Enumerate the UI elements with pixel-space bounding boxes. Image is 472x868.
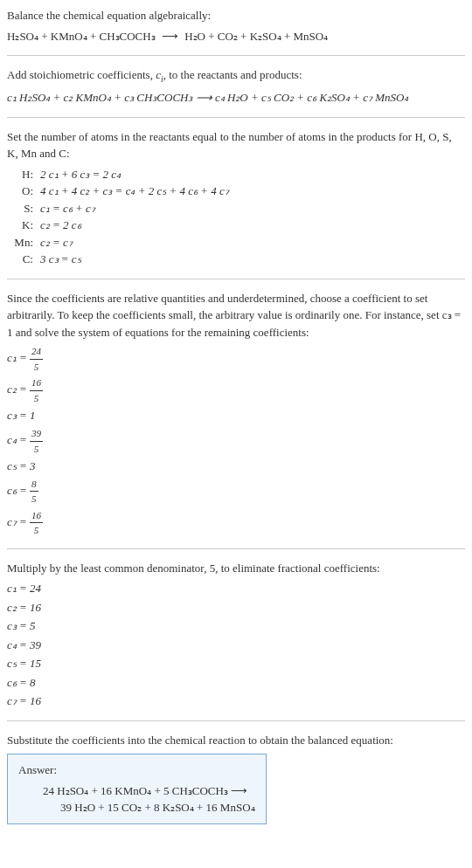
coeff-var: c₃ [7, 619, 17, 632]
coeff-val: 1 [30, 409, 36, 422]
coeff-var: c₅ [7, 459, 17, 472]
divider [7, 720, 465, 721]
atoms-intro: Set the number of atoms in the reactants… [7, 128, 465, 162]
atom-eq: c₂ = c₇ [40, 234, 465, 251]
fraction: 165 [30, 508, 43, 538]
answer-line-1: 24 H₂SO₄ + 16 KMnO₄ + 5 CH₃COCH₃ ⟶ [18, 782, 255, 800]
coeff-row: c₁ = 24 [7, 580, 465, 597]
atom-label: S: [14, 200, 40, 217]
arrow-icon: ⟶ [158, 30, 182, 43]
frac-num: 24 [30, 344, 43, 360]
coeff-var: c₇ [7, 694, 17, 707]
coeff-var: c₆ [7, 676, 17, 689]
atom-label: K: [14, 217, 40, 234]
intro-text: Balance the chemical equation algebraica… [7, 7, 465, 24]
frac-den: 5 [30, 442, 43, 457]
coeff-var: c₁ [7, 351, 17, 364]
atom-label: C: [14, 251, 40, 268]
frac-num: 8 [30, 477, 38, 493]
coeff-row: c₇ = 165 [7, 508, 465, 538]
solve-intro: Since the coefficients are relative quan… [7, 290, 465, 341]
coeff-val: 8 [30, 676, 36, 689]
coeff-row: c₆ = 85 [7, 477, 465, 506]
stoich-section: Add stoichiometric coefficients, ci, to … [7, 66, 465, 107]
coeff-var: c₄ [7, 433, 17, 446]
multiply-list: c₁ = 24 c₂ = 16 c₃ = 5 c₄ = 39 c₅ = 15 c… [7, 580, 465, 710]
coeff-row: c₇ = 16 [7, 692, 465, 710]
frac-den: 5 [30, 391, 43, 406]
coeff-row: c₅ = 3 [7, 458, 465, 475]
atom-eq: 4 c₁ + 4 c₂ + c₃ = c₄ + 2 c₅ + 4 c₆ + 4 … [40, 183, 465, 200]
divider [7, 548, 465, 549]
intro-equation: H₂SO₄ + KMnO₄ + CH₃COCH₃ ⟶ H₂O + CO₂ + K… [7, 28, 465, 45]
coeff-row: c₃ = 5 [7, 617, 465, 635]
frac-den: 5 [30, 360, 43, 375]
atom-row: K: c₂ = 2 c₆ [14, 217, 465, 234]
final-section: Substitute the coefficients into the che… [7, 732, 465, 824]
stoich-equation: c₁ H₂SO₄ + c₂ KMnO₄ + c₃ CH₃COCH₃ ⟶ c₄ H… [7, 89, 465, 107]
atom-row: S: c₁ = c₆ + c₇ [14, 200, 465, 217]
coeff-row: c₂ = 165 [7, 375, 465, 405]
divider [7, 55, 465, 56]
eq-rhs: H₂O + CO₂ + K₂SO₄ + MnSO₄ [184, 30, 328, 43]
coeff-row: c₅ = 15 [7, 655, 465, 672]
multiply-intro: Multiply by the least common denominator… [7, 560, 465, 577]
stoich-text-a: Add stoichiometric coefficients, [7, 68, 156, 81]
coeff-val: 3 [30, 459, 36, 472]
coeff-var: c₁ [7, 582, 17, 595]
coeff-var: c₆ [7, 484, 17, 497]
divider [7, 117, 465, 118]
atom-label: Mn: [14, 234, 40, 251]
coeff-var: c₇ [7, 515, 17, 528]
fraction: 395 [30, 426, 43, 456]
coeff-var: c₅ [7, 657, 17, 670]
atom-label: O: [14, 183, 40, 200]
frac-num: 16 [30, 375, 43, 391]
eq-lhs: H₂SO₄ + KMnO₄ + CH₃COCH₃ [7, 30, 156, 43]
coeff-row: c₄ = 39 [7, 637, 465, 654]
fraction: 245 [30, 344, 43, 374]
stoich-text-d: , to the reactants and products: [163, 68, 302, 81]
coeff-val: 24 [30, 582, 41, 595]
atom-eq: c₁ = c₆ + c₇ [40, 200, 465, 217]
coeff-val: 39 [30, 638, 41, 651]
atom-eq: c₂ = 2 c₆ [40, 217, 465, 234]
atom-row: O: 4 c₁ + 4 c₂ + c₃ = c₄ + 2 c₅ + 4 c₆ +… [14, 183, 465, 200]
atoms-table: H: 2 c₁ + 6 c₃ = 2 c₄ O: 4 c₁ + 4 c₂ + c… [14, 166, 465, 268]
coeff-row: c₂ = 16 [7, 599, 465, 617]
atoms-section: Set the number of atoms in the reactants… [7, 128, 465, 268]
answer-line-2: 39 H₂O + 15 CO₂ + 8 K₂SO₄ + 16 MnSO₄ [18, 799, 255, 816]
atom-row: H: 2 c₁ + 6 c₃ = 2 c₄ [14, 166, 465, 183]
atom-eq: 3 c₃ = c₅ [40, 251, 465, 268]
solve-section: Since the coefficients are relative quan… [7, 290, 465, 538]
coeff-val: 15 [30, 657, 41, 670]
answer-box: Answer: 24 H₂SO₄ + 16 KMnO₄ + 5 CH₃COCH₃… [7, 754, 267, 824]
coeff-var: c₄ [7, 638, 17, 651]
coeff-row: c₁ = 245 [7, 344, 465, 374]
atom-eq: 2 c₁ + 6 c₃ = 2 c₄ [40, 166, 465, 183]
divider [7, 279, 465, 279]
atom-row: C: 3 c₃ = c₅ [14, 251, 465, 268]
coeff-row: c₆ = 8 [7, 674, 465, 692]
stoich-text: Add stoichiometric coefficients, ci, to … [7, 66, 465, 86]
fraction: 165 [30, 375, 43, 405]
multiply-section: Multiply by the least common denominator… [7, 560, 465, 710]
atom-row: Mn: c₂ = c₇ [14, 234, 465, 251]
coeff-val: 16 [30, 601, 41, 614]
frac-num: 16 [30, 508, 43, 524]
solve-list: c₁ = 245 c₂ = 165 c₃ = 1 c₄ = 395 c₅ = 3… [7, 344, 465, 538]
coeff-var: c₃ [7, 409, 17, 422]
intro-section: Balance the chemical equation algebraica… [7, 7, 465, 45]
coeff-var: c₂ [7, 601, 17, 614]
atom-label: H: [14, 166, 40, 183]
fraction: 85 [30, 477, 38, 506]
frac-num: 39 [30, 426, 43, 442]
frac-den: 5 [30, 492, 38, 506]
answer-label: Answer: [18, 761, 255, 779]
coeff-val: 16 [30, 694, 41, 707]
frac-den: 5 [30, 523, 43, 538]
coeff-val: 5 [30, 619, 36, 632]
final-intro: Substitute the coefficients into the che… [7, 732, 465, 749]
coeff-var: c₂ [7, 382, 17, 396]
coeff-row: c₃ = 1 [7, 407, 465, 424]
